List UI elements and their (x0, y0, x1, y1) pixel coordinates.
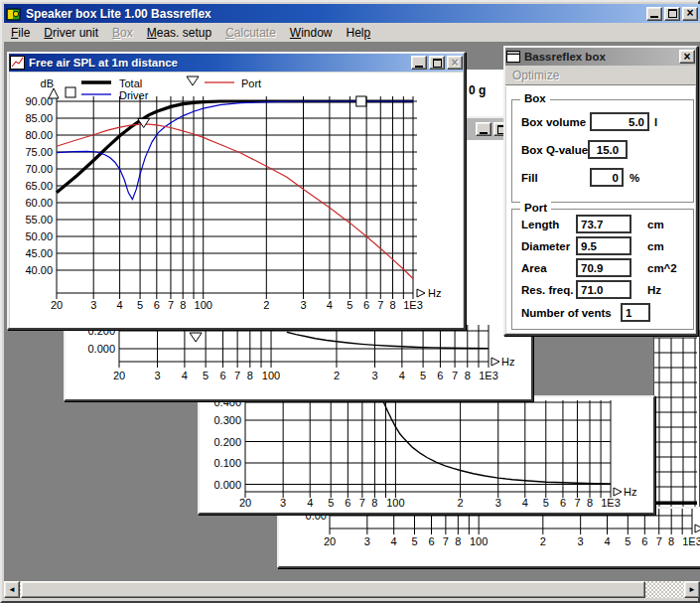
svg-text:6: 6 (363, 299, 369, 311)
scrollbar-thumb[interactable] (21, 581, 645, 598)
menu-item-driver-unit[interactable]: Driver unit (37, 25, 105, 41)
svg-text:65.00: 65.00 (25, 180, 53, 192)
maximize-button[interactable] (664, 7, 680, 21)
scroll-right-button[interactable]: ► (684, 581, 700, 598)
svg-text:3: 3 (280, 497, 286, 509)
svg-text:3: 3 (300, 299, 306, 311)
svg-text:20: 20 (113, 370, 125, 381)
svg-text:100: 100 (262, 370, 280, 381)
svg-text:7: 7 (574, 497, 580, 509)
bassreflex-dialog[interactable]: Bassreflex box × Optimize Box Box volume… (503, 46, 698, 336)
grid-window-fragment (653, 330, 700, 527)
hidden-window-fragment: 0 g (459, 70, 508, 121)
svg-text:5: 5 (625, 535, 630, 547)
svg-text:2: 2 (263, 299, 269, 311)
chart-icon (10, 56, 25, 70)
svg-text:20: 20 (239, 497, 251, 509)
box-group: Box Box volume l Box Q-value Fill % (511, 99, 694, 203)
res-freq-unit: Hz (647, 284, 661, 296)
svg-text:8: 8 (371, 497, 377, 509)
menu-item-calcutate[interactable]: Calcutate (218, 25, 283, 41)
minimize-button[interactable] (476, 122, 491, 136)
res-freq-input[interactable] (576, 280, 631, 299)
svg-text:4: 4 (307, 497, 313, 509)
diameter-input[interactable] (576, 236, 631, 255)
svg-text:5: 5 (543, 497, 549, 509)
box-volume-unit: l (654, 116, 657, 128)
menu-item-window[interactable]: Window (283, 25, 340, 41)
svg-text:1E3: 1E3 (403, 299, 423, 311)
box-group-label: Box (520, 92, 550, 104)
svg-text:5: 5 (420, 370, 426, 381)
spl-titlebar[interactable]: Free air SPL at 1m distance × (9, 54, 464, 72)
close-button[interactable]: × (682, 7, 698, 21)
main-titlebar[interactable]: Speaker box Lite 1.00 Bassreflex × (4, 4, 700, 23)
port-group: Port Length cm Diameter cm Area cm^2 Res… (511, 209, 694, 330)
svg-text:Hz: Hz (624, 486, 636, 498)
num-vents-input[interactable] (621, 303, 650, 322)
chart3-canvas: 0.4000.3000.2000.1000.000203456781002345… (200, 397, 653, 513)
svg-text:20: 20 (324, 535, 336, 547)
length-unit: cm (647, 219, 664, 230)
close-button-disabled: × (447, 56, 463, 70)
svg-text:0.300: 0.300 (213, 414, 241, 426)
svg-text:4: 4 (182, 370, 188, 381)
menu-item-help[interactable]: Help (340, 25, 378, 41)
horizontal-scrollbar[interactable]: ◄ ► (4, 581, 700, 598)
chart4-canvas: 0.002034567810023456781E3Hz (279, 509, 700, 566)
svg-text:55.00: 55.00 (25, 214, 53, 226)
dialog-icon (506, 51, 520, 63)
chart-window-3[interactable]: 0.4000.3000.2000.1000.000203456781002345… (198, 395, 655, 515)
grid-fragment-chart (654, 330, 697, 527)
box-volume-input[interactable] (590, 112, 649, 131)
svg-text:3: 3 (90, 299, 96, 311)
svg-text:5: 5 (203, 370, 209, 381)
area-input[interactable] (576, 258, 631, 277)
maximize-button[interactable] (429, 56, 445, 70)
svg-text:8: 8 (465, 370, 471, 381)
port-group-label: Port (520, 202, 551, 214)
menu-item-box[interactable]: Box (105, 25, 140, 41)
minimize-button[interactable] (411, 56, 427, 70)
svg-text:40.00: 40.00 (25, 264, 53, 276)
svg-text:1E3: 1E3 (682, 535, 700, 547)
length-input[interactable] (576, 215, 631, 233)
svg-text:5: 5 (347, 299, 352, 311)
svg-text:2: 2 (334, 370, 340, 381)
mdi-client: 0 g 0.002034567810023456781E3Hz 0.4000.3… (4, 42, 700, 581)
dialog-menu-bar: Optimize (505, 66, 696, 85)
scroll-left-button[interactable]: ◄ (4, 581, 20, 598)
dialog-titlebar[interactable]: Bassreflex box × (505, 48, 696, 66)
svg-text:8: 8 (587, 497, 593, 509)
svg-text:6: 6 (560, 497, 566, 509)
minimize-button[interactable] (646, 7, 662, 21)
svg-text:8: 8 (455, 535, 461, 547)
svg-text:3: 3 (154, 370, 160, 381)
res-freq-label: Res. freq. (521, 284, 573, 296)
fill-input[interactable] (590, 168, 624, 187)
chart-window-4[interactable]: 0.002034567810023456781E3Hz (277, 507, 700, 568)
svg-text:4: 4 (117, 299, 123, 311)
box-qvalue-input[interactable] (588, 140, 628, 159)
svg-text:45.00: 45.00 (25, 247, 53, 259)
chart-window-spl[interactable]: Free air SPL at 1m distance × 90.0085.00… (7, 52, 466, 330)
area-unit: cm^2 (647, 262, 677, 274)
menu-bar: FileDriver unitBoxMeas. setupCalcutateWi… (4, 23, 700, 43)
svg-text:100: 100 (195, 299, 212, 311)
svg-text:2: 2 (458, 497, 464, 509)
svg-text:7: 7 (656, 535, 662, 547)
svg-text:4: 4 (604, 535, 610, 547)
svg-text:6: 6 (641, 535, 647, 547)
menu-item-file[interactable]: File (4, 25, 37, 41)
area-label: Area (521, 262, 547, 274)
menu-item-meas-setup[interactable]: Meas. setup (140, 25, 218, 41)
partial-value-text: 0 g (469, 83, 486, 97)
close-button[interactable]: × (679, 50, 695, 64)
length-label: Length (521, 219, 559, 230)
svg-text:3: 3 (578, 535, 584, 547)
box-qvalue-label: Box Q-value (521, 144, 588, 156)
svg-text:1E3: 1E3 (479, 370, 498, 381)
menu-item-optimize[interactable]: Optimize (505, 68, 566, 83)
svg-text:7: 7 (359, 497, 365, 509)
svg-text:Total: Total (119, 77, 142, 89)
